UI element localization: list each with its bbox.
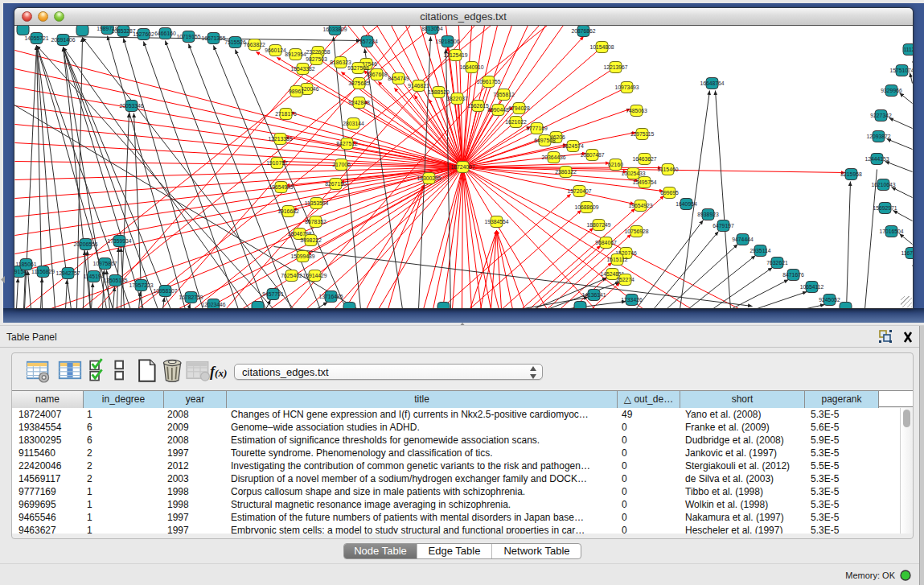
svg-text:2718176: 2718176	[275, 111, 297, 117]
svg-text:10961755: 10961755	[476, 79, 500, 84]
svg-text:f(x): f(x)	[210, 364, 227, 380]
svg-text:19654923: 19654923	[628, 203, 652, 208]
svg-text:16671355: 16671355	[201, 35, 225, 41]
svg-text:12505135: 12505135	[103, 278, 127, 283]
svg-text:15751074: 15751074	[889, 68, 913, 73]
svg-text:8427512: 8427512	[336, 141, 358, 146]
svg-text:11353594: 11353594	[304, 200, 328, 206]
svg-text:12023446: 12023446	[201, 302, 225, 307]
svg-text:699695: 699695	[660, 190, 679, 196]
svg-text:1527602: 1527602	[133, 31, 154, 37]
svg-text:12125419: 12125419	[443, 52, 467, 58]
svg-text:20876862: 20876862	[571, 28, 595, 34]
svg-text:1562615: 1562615	[467, 103, 489, 109]
svg-text:1910757: 1910757	[266, 160, 288, 166]
svg-text:16782759: 16782759	[179, 295, 203, 300]
svg-text:9684067: 9684067	[595, 240, 617, 245]
svg-text:7663822: 7663822	[244, 42, 265, 47]
svg-text:9474444: 9474444	[732, 237, 754, 242]
svg-text:18807249: 18807249	[586, 222, 610, 228]
svg-text:8990448: 8990448	[487, 107, 509, 113]
svg-text:14055721: 14055721	[24, 35, 48, 41]
svg-text:1916682: 1916682	[277, 208, 299, 214]
svg-text:20364436: 20364436	[541, 154, 565, 160]
svg-text:19654945: 19654945	[269, 184, 293, 190]
svg-text:19218506: 19218506	[435, 39, 459, 44]
svg-text:8454749: 8454749	[388, 76, 409, 81]
svg-text:1640954: 1640954	[676, 201, 697, 207]
svg-text:1733426: 1733426	[621, 297, 643, 303]
svg-text:3498222: 3498222	[300, 237, 322, 243]
svg-text:9457791: 9457791	[262, 291, 284, 297]
svg-text:9777169: 9777169	[526, 126, 548, 131]
svg-text:20691406: 20691406	[51, 37, 75, 43]
svg-text:3875685: 3875685	[348, 80, 370, 86]
svg-text:16640910: 16640910	[459, 64, 483, 70]
svg-text:12213967: 12213967	[603, 64, 627, 70]
svg-text:10853287: 10853287	[111, 28, 135, 34]
svg-text:62160: 62160	[608, 162, 623, 167]
svg-text:10688609: 10688609	[574, 204, 598, 210]
svg-text:9245052: 9245052	[819, 297, 840, 303]
svg-text:10958107: 10958107	[153, 288, 177, 294]
svg-text:9329966: 9329966	[881, 88, 902, 93]
svg-text:6794028: 6794028	[508, 105, 530, 111]
svg-text:6466160: 6466160	[154, 31, 176, 36]
svg-text:18300295: 18300295	[417, 175, 441, 181]
svg-text:8813054: 8813054	[421, 26, 443, 31]
svg-text:14136141: 14136141	[581, 292, 606, 298]
svg-text:16210643: 16210643	[871, 182, 895, 187]
svg-text:15495754: 15495754	[632, 179, 656, 185]
svg-text:20053346: 20053346	[119, 103, 143, 109]
svg-text:11156829: 11156829	[31, 269, 54, 274]
svg-text:217006: 217006	[332, 162, 351, 167]
svg-text:3624574: 3624574	[562, 143, 584, 149]
svg-text:9227342: 9227342	[870, 113, 892, 118]
svg-text:7357224: 7357224	[356, 39, 378, 44]
svg-text:8471676: 8471676	[782, 272, 804, 278]
svg-text:12213389: 12213389	[268, 136, 292, 142]
svg-text:8215958: 8215958	[840, 171, 862, 177]
svg-text:1167533: 1167533	[901, 250, 912, 256]
svg-text:15692971: 15692971	[873, 205, 897, 211]
svg-text:9146821: 9146821	[408, 83, 429, 89]
svg-text:20206556: 20206556	[73, 241, 97, 247]
svg-text:10756928: 10756928	[624, 229, 648, 234]
svg-text:2803144: 2803144	[343, 121, 364, 126]
svg-text:10975867: 10975867	[92, 261, 117, 266]
svg-text:3822037: 3822037	[446, 96, 468, 101]
svg-text:17016504: 17016504	[879, 229, 903, 234]
svg-text:13716485: 13716485	[318, 294, 343, 299]
svg-text:1112: 1112	[903, 47, 913, 52]
svg-text:10154808: 10154808	[589, 44, 614, 50]
svg-text:1185061: 1185061	[15, 262, 36, 267]
svg-text:1621022: 1621022	[505, 119, 527, 125]
svg-text:7632621: 7632621	[766, 260, 788, 266]
svg-text:1615112: 1615112	[606, 257, 627, 262]
svg-text:8938923: 8938923	[697, 212, 719, 217]
svg-text:1588520: 1588520	[428, 89, 450, 95]
svg-text:2386322: 2386322	[555, 169, 577, 175]
svg-text:17359934: 17359934	[107, 238, 131, 244]
svg-text:1145194: 1145194	[83, 274, 104, 279]
svg-text:12975115: 12975115	[630, 131, 654, 137]
svg-text:10719155: 10719155	[176, 34, 200, 39]
svg-text:8678352: 8678352	[305, 219, 326, 225]
svg-text:9242848: 9242848	[348, 100, 370, 105]
svg-text:16463627: 16463627	[632, 156, 656, 162]
svg-text:10654112: 10654112	[799, 284, 823, 290]
svg-text:8186323: 8186323	[330, 60, 351, 65]
svg-text:252274: 252274	[616, 277, 634, 282]
svg-text:6497508: 6497508	[534, 138, 556, 143]
svg-text:2935114: 2935114	[749, 248, 770, 253]
svg-text:9660124: 9660124	[265, 47, 286, 53]
svg-text:15720407: 15720407	[567, 188, 591, 194]
svg-text:16914429: 16914429	[302, 273, 326, 278]
svg-text:9115460: 9115460	[657, 167, 678, 172]
svg-text:7355812: 7355812	[493, 92, 515, 97]
svg-text:2867608: 2867608	[366, 72, 388, 77]
svg-text:8912954: 8912954	[285, 51, 306, 57]
svg-text:15099489: 15099489	[290, 253, 314, 259]
svg-text:12444153: 12444153	[864, 156, 889, 162]
svg-text:9327508: 9327508	[347, 65, 369, 71]
